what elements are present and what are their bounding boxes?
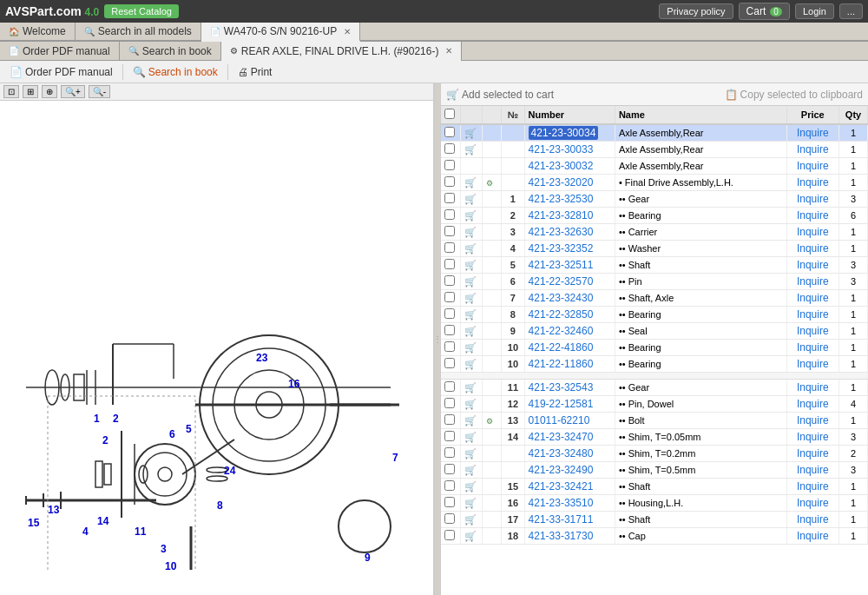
row-checkbox[interactable] — [444, 381, 455, 392]
order-pdf-button[interactable]: 📄 Order PDF manual — [5, 64, 117, 80]
row-number-cell[interactable]: 421-33-31711 — [524, 512, 615, 528]
inquire-link[interactable]: Inquire — [797, 513, 829, 526]
row-number-cell[interactable]: 421-23-32352 — [524, 241, 615, 257]
tab-search-all[interactable]: 🔍 Search in all models — [76, 23, 201, 40]
cart-small-icon[interactable]: 🛒 — [464, 128, 477, 138]
row-number-cell[interactable]: 421-22-32460 — [524, 323, 615, 340]
part-number[interactable]: 421-33-31730 — [529, 530, 594, 542]
row-checkbox[interactable] — [444, 176, 455, 187]
row-price-cell[interactable]: Inquire — [786, 396, 838, 413]
privacy-policy-button[interactable]: Privacy policy — [659, 3, 733, 19]
row-number-cell[interactable]: 421-23-32543 — [524, 380, 615, 396]
info-icon[interactable]: ⚙ — [486, 179, 493, 188]
row-price-cell[interactable]: Inquire — [786, 446, 838, 462]
cart-small-icon[interactable]: 🛒 — [464, 309, 477, 320]
add-to-cart-button[interactable]: 🛒 Add selected to cart — [446, 89, 554, 101]
part-number[interactable]: 421-23-32511 — [529, 259, 594, 271]
row-checkbox[interactable] — [444, 275, 455, 286]
row-price-cell[interactable]: Inquire — [786, 124, 838, 142]
info-icon[interactable]: ⚙ — [486, 417, 493, 426]
row-number-cell[interactable]: 421-23-32470 — [524, 429, 615, 446]
row-number-cell[interactable]: 421-22-11860 — [524, 356, 615, 373]
row-checkbox[interactable] — [444, 325, 455, 335]
search-book-button[interactable]: 🔍 Search in book — [128, 64, 222, 80]
part-number[interactable]: 421-23-32490 — [529, 464, 594, 476]
row-checkbox[interactable] — [444, 193, 455, 203]
inquire-link[interactable]: Inquire — [797, 275, 829, 288]
cart-small-icon[interactable]: 🛒 — [464, 399, 477, 409]
row-checkbox[interactable] — [444, 447, 455, 458]
inquire-link[interactable]: Inquire — [797, 341, 829, 354]
inquire-link[interactable]: Inquire — [797, 127, 829, 139]
part-number[interactable]: 421-22-32850 — [529, 308, 594, 321]
cart-small-icon[interactable]: 🛒 — [464, 243, 477, 254]
row-price-cell[interactable]: Inquire — [786, 429, 838, 446]
row-price-cell[interactable]: Inquire — [786, 528, 838, 545]
row-number-cell[interactable]: 01011-62210 — [524, 413, 615, 429]
select-all-checkbox[interactable] — [444, 109, 455, 119]
row-number-cell[interactable]: 421-33-31730 — [524, 528, 615, 545]
part-number[interactable]: 421-22-32460 — [529, 325, 594, 337]
row-checkbox[interactable] — [444, 464, 455, 474]
row-price-cell[interactable]: Inquire — [786, 512, 838, 528]
row-price-cell[interactable]: Inquire — [786, 158, 838, 175]
row-number-cell[interactable]: 421-22-32850 — [524, 307, 615, 323]
row-price-cell[interactable]: Inquire — [786, 274, 838, 290]
tab-catalog-close[interactable]: ✕ — [344, 27, 351, 36]
inquire-link[interactable]: Inquire — [797, 292, 829, 304]
row-price-cell[interactable]: Inquire — [786, 191, 838, 208]
cart-small-icon[interactable]: 🛒 — [464, 210, 477, 221]
cart-small-icon[interactable]: 🛒 — [464, 194, 477, 204]
row-number-cell[interactable]: 421-23-32511 — [524, 257, 615, 274]
row-number-cell[interactable]: 419-22-12581 — [524, 396, 615, 413]
tab-catalog[interactable]: 📄 WA470-6 S/N 90216-UP ✕ — [201, 23, 360, 42]
cart-small-icon[interactable]: 🛒 — [464, 498, 477, 508]
row-checkbox[interactable] — [444, 480, 455, 491]
inquire-link[interactable]: Inquire — [797, 176, 829, 188]
row-number-cell[interactable]: 421-23-32810 — [524, 208, 615, 224]
cart-small-icon[interactable]: 🛒 — [464, 481, 477, 492]
part-number[interactable]: 421-23-32630 — [529, 226, 594, 238]
part-number[interactable]: 01011-62210 — [529, 414, 590, 426]
part-number[interactable]: 421-23-33510 — [529, 497, 594, 509]
row-price-cell[interactable]: Inquire — [786, 142, 838, 158]
row-price-cell[interactable]: Inquire — [786, 241, 838, 257]
tab-search-book[interactable]: 🔍 Search in book — [120, 42, 221, 60]
row-number-cell[interactable]: 421-23-32480 — [524, 446, 615, 462]
cart-button[interactable]: Cart 0 — [739, 3, 790, 20]
row-number-cell[interactable]: 421-23-33510 — [524, 495, 615, 512]
row-checkbox[interactable] — [444, 431, 455, 441]
inquire-link[interactable]: Inquire — [797, 480, 829, 493]
inquire-link[interactable]: Inquire — [797, 358, 829, 370]
row-checkbox[interactable] — [444, 530, 455, 540]
row-checkbox[interactable] — [444, 209, 455, 220]
part-number[interactable]: 421-23-32421 — [529, 480, 594, 493]
row-number-cell[interactable]: 421-23-32430 — [524, 290, 615, 307]
copy-clipboard-button[interactable]: 📋 Copy selected to clipboard — [725, 89, 863, 101]
row-price-cell[interactable]: Inquire — [786, 175, 838, 191]
inquire-link[interactable]: Inquire — [797, 447, 829, 459]
row-checkbox[interactable] — [444, 292, 455, 302]
cart-small-icon[interactable]: 🛒 — [464, 260, 477, 270]
zoom-out-button[interactable]: 🔍- — [89, 85, 110, 98]
cart-small-icon[interactable]: 🛒 — [464, 448, 477, 459]
inquire-link[interactable]: Inquire — [797, 160, 829, 172]
cart-small-icon[interactable]: 🛒 — [464, 227, 477, 237]
row-checkbox[interactable] — [444, 242, 455, 253]
part-number[interactable]: 421-23-32530 — [529, 193, 594, 205]
row-price-cell[interactable]: Inquire — [786, 495, 838, 512]
inquire-link[interactable]: Inquire — [797, 497, 829, 509]
row-number-cell[interactable]: 421-23-32630 — [524, 224, 615, 241]
inquire-link[interactable]: Inquire — [797, 259, 829, 271]
row-checkbox[interactable] — [444, 127, 455, 137]
row-checkbox[interactable] — [444, 308, 455, 319]
part-number[interactable]: 421-23-32543 — [529, 381, 594, 393]
inquire-link[interactable]: Inquire — [797, 398, 829, 410]
row-checkbox[interactable] — [444, 414, 455, 425]
row-price-cell[interactable]: Inquire — [786, 224, 838, 241]
cart-small-icon[interactable]: 🛒 — [464, 177, 477, 188]
inquire-link[interactable]: Inquire — [797, 209, 829, 221]
row-number-cell[interactable]: 421-23-30033 — [524, 142, 615, 158]
row-price-cell[interactable]: Inquire — [786, 208, 838, 224]
row-price-cell[interactable]: Inquire — [786, 340, 838, 356]
